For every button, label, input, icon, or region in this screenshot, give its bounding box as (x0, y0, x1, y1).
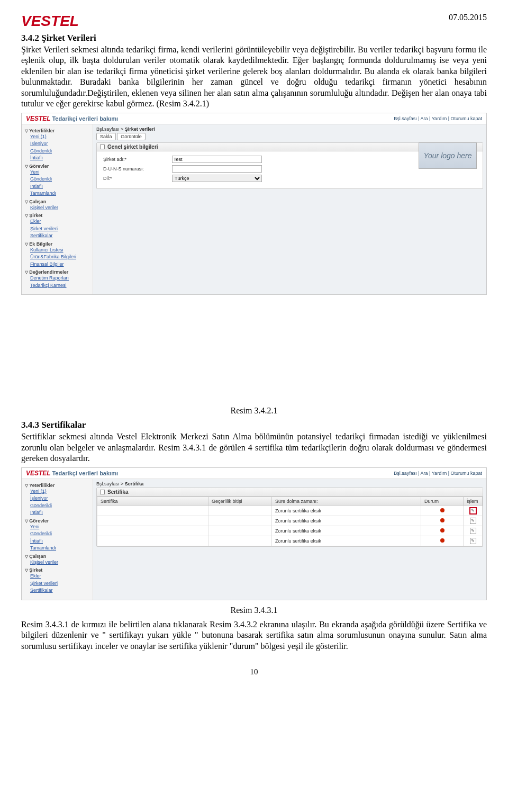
section-3-4-3-title: 3.4.3 Sertifikalar (21, 420, 487, 430)
sidebar-item[interactable]: İntiaflı (25, 155, 89, 162)
sidebar-item[interactable]: İntiaflı (25, 183, 89, 191)
cell-due: Zorunlu sertifika eksik (272, 506, 421, 516)
main-panel: Bşl.sayfası > Sertifika Sertifika Sertif… (93, 479, 486, 600)
edit-icon[interactable]: ✎ (470, 528, 476, 534)
sidebar-grp-yeterlilikler[interactable]: Yeterlilikler (25, 128, 89, 133)
sidebar-grp-sirket[interactable]: Şirket (25, 567, 89, 573)
sidebar: Yeterlilikler Yeni (1) İşleniyor Gönderi… (22, 479, 93, 600)
table-row: Zorunlu sertifika eksik ✎ (97, 526, 483, 536)
view-button[interactable]: Görüntüle (117, 133, 146, 140)
sidebar-item[interactable]: Yeni (25, 169, 89, 176)
breadcrumb-current: Şirket verileri (125, 127, 155, 132)
sidebar-item[interactable]: Gönderildi (25, 176, 89, 183)
sidebar-item[interactable]: Yeni (1) (25, 488, 89, 495)
sidebar-item[interactable]: İşleniyor (25, 495, 89, 502)
sidebar-item[interactable]: Tamamlandı (25, 545, 89, 552)
breadcrumb: Bşl.sayfası > Sertifika (96, 481, 483, 486)
status-dot-icon (440, 508, 444, 512)
section-3-4-3-text2: Resim 3.4.3.1 de kırmızı ile belirtilen … (21, 619, 487, 652)
sidebar-item[interactable]: Şirket verileri (25, 225, 89, 233)
breadcrumb-pre[interactable]: Bşl.sayfası > (96, 481, 125, 486)
sidebar-item[interactable]: İntiaflı (25, 538, 89, 545)
breadcrumb-current: Sertifika (125, 481, 144, 486)
sidebar-item[interactable]: Gönderildi (25, 502, 89, 510)
sidebar-item[interactable]: Tamamlandı (25, 190, 89, 197)
sidebar-grp-calisan[interactable]: Çalışan (25, 554, 89, 559)
cell-due: Zorunlu sertifika eksik (272, 536, 421, 546)
cell-due: Zorunlu sertifika eksik (272, 516, 421, 526)
screenshot-certificates: VESTEL Tedarikçi verileri bakımı Bşl.say… (21, 467, 487, 600)
th-validity: Geçerlilik bitişi (208, 497, 272, 506)
sidebar-item[interactable]: Kullanıcı Listesi (25, 247, 89, 254)
app-title: Tedarikçi verileri bakımı (52, 470, 118, 476)
doc-date: 07.05.2015 (449, 13, 487, 22)
certificate-table: Sertifika Geçerlilik bitişi Süre dolma z… (97, 497, 483, 546)
section-3-4-2-text: Şirket Verileri sekmesi altında tedarikç… (21, 44, 487, 110)
breadcrumb-pre[interactable]: Bşl.sayfası > (96, 127, 125, 132)
section-3-4-3-text: Sertifiklar sekmesi altında Vestel Elekt… (21, 431, 487, 464)
sidebar-grp-ekbilgiler[interactable]: Ek Bilgiler (25, 241, 89, 247)
sidebar-item[interactable]: Kişisel veriler (25, 559, 89, 566)
sidebar-item[interactable]: Ekler (25, 573, 89, 580)
sidebar-item[interactable]: İntiaflı (25, 509, 89, 517)
edit-icon[interactable]: ✎ (470, 538, 476, 544)
sidebar-grp-gorevler[interactable]: Görevler (25, 518, 89, 524)
status-dot-icon (440, 528, 444, 533)
status-dot-icon (440, 538, 444, 543)
input-company-name[interactable] (172, 156, 262, 163)
panel-title: Genel şirket bilgileri (107, 144, 158, 150)
th-status: Durum (421, 497, 464, 506)
sidebar-grp-degerlendirmeler[interactable]: Değerlendirmeler (25, 269, 89, 275)
sidebar-item[interactable]: Yeni (25, 524, 89, 531)
caption-3-4-3-1: Resim 3.4.3.1 (21, 606, 487, 615)
collapse-icon[interactable] (100, 145, 105, 149)
collapse-icon[interactable] (100, 490, 105, 494)
sidebar-item[interactable]: Gönderildi (25, 530, 89, 538)
sidebar-item[interactable]: Ürün&Fabrika Bilgileri (25, 254, 89, 261)
sidebar-item[interactable]: Finansal Bilgiler (25, 261, 89, 268)
sidebar-item[interactable]: Tedarikçi Karnesi (25, 282, 89, 290)
save-button[interactable]: Sakla (96, 133, 116, 140)
th-cert: Sertifika (97, 497, 208, 506)
label-duns: D-U-N-S numarası: (103, 166, 172, 172)
sidebar-item[interactable]: Ekler (25, 218, 89, 225)
sidebar-grp-sirket[interactable]: Şirket (25, 213, 89, 218)
sidebar-item[interactable]: Kişisel veriler (25, 204, 89, 212)
sidebar-item[interactable]: Sertifikalar (25, 232, 89, 240)
caption-3-4-2-1: Resim 3.4.2.1 (21, 406, 487, 416)
table-row: Zorunlu sertifika eksik ✎ (97, 536, 483, 546)
sidebar-item[interactable]: İşleniyor (25, 140, 89, 148)
logo-placeholder[interactable]: Your logo here (419, 142, 477, 169)
app-logo: VESTEL (26, 115, 51, 122)
th-due: Süre dolma zamanı: (272, 497, 421, 506)
edit-icon[interactable]: ✎ (470, 508, 476, 514)
sidebar-item[interactable]: Şirket verileri (25, 580, 89, 588)
section-3-4-2-title: 3.4.2 Şirket Verileri (21, 33, 487, 43)
sidebar-grp-calisan[interactable]: Çalışan (25, 199, 89, 204)
table-row: Zorunlu sertifika eksik ✎ (97, 506, 483, 516)
cell-due: Zorunlu sertifika eksik (272, 526, 421, 536)
table-row: Zorunlu sertifika eksik ✎ (97, 516, 483, 526)
sidebar-item[interactable]: Gönderildi (25, 148, 89, 155)
sidebar-item[interactable]: Yeni (1) (25, 133, 89, 141)
th-action: İşlem (464, 497, 483, 506)
edit-icon[interactable]: ✎ (470, 518, 476, 524)
screenshot-company-data: VESTEL Tedarikçi verileri bakımı Bşl.say… (21, 113, 487, 295)
sidebar: Yeterlilikler Yeni (1) İşleniyor Gönderi… (22, 124, 93, 295)
label-company-name: Şirket adı:* (103, 157, 172, 162)
top-links[interactable]: Bşl.sayfası | Ara | Yardım | Oturumu kap… (394, 116, 482, 121)
app-logo: VESTEL (26, 470, 51, 477)
label-lang: Dil:* (103, 176, 172, 181)
sidebar-grp-yeterlilikler[interactable]: Yeterlilikler (25, 483, 89, 488)
sidebar-item[interactable]: Sertifikalar (25, 587, 89, 594)
input-duns[interactable] (172, 165, 262, 173)
sidebar-item[interactable]: Denetim Raporları (25, 275, 89, 282)
page-number: 10 (21, 667, 487, 676)
top-links[interactable]: Bşl.sayfası | Ara | Yardım | Oturumu kap… (394, 471, 482, 476)
sidebar-grp-gorevler[interactable]: Görevler (25, 164, 89, 169)
brand-logo: VESTEL (21, 13, 79, 30)
certificate-panel: Sertifika Sertifika Geçerlilik bitişi Sü… (96, 488, 483, 547)
app-title: Tedarikçi verileri bakımı (52, 115, 118, 122)
select-lang[interactable]: Türkçe (172, 175, 262, 182)
panel-title: Sertifika (107, 489, 128, 495)
